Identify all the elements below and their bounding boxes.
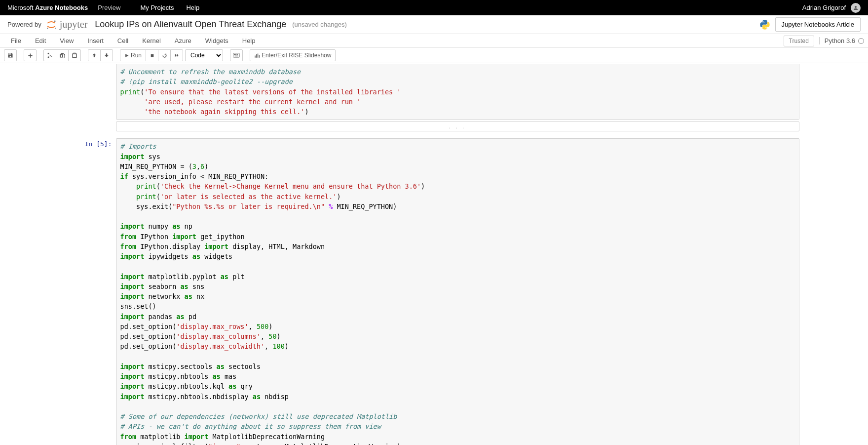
paste-button[interactable] <box>68 49 81 61</box>
powered-by-label: Powered by <box>7 21 41 28</box>
svg-point-1 <box>47 28 48 29</box>
kernel-name: Python 3.6 <box>825 37 855 44</box>
cell-prompt: In [5]: <box>69 138 116 445</box>
user-avatar-icon[interactable] <box>851 3 861 13</box>
menu-file[interactable]: File <box>4 35 28 46</box>
move-up-button[interactable] <box>88 49 101 61</box>
move-down-button[interactable] <box>100 49 113 61</box>
svg-rect-3 <box>151 54 153 57</box>
cell-prompt <box>69 64 116 120</box>
save-status: (unsaved changes) <box>292 21 347 28</box>
toolbar: Run Code Enter/Exit RISE Slideshow <box>0 48 868 63</box>
code-content: # Uncomment to refresh the maxminddb dat… <box>120 67 795 117</box>
jupyter-logo[interactable]: jupyter <box>45 19 88 31</box>
restart-run-all-button[interactable] <box>170 49 183 61</box>
kernel-indicator[interactable]: Python 3.6 <box>819 37 864 44</box>
azure-topbar: Microsoft Azure Notebooks Preview My Pro… <box>0 0 868 15</box>
notebook-header: Powered by jupyter Lookup IPs on Alienva… <box>0 15 868 34</box>
menu-insert[interactable]: Insert <box>80 35 111 46</box>
menu-edit[interactable]: Edit <box>28 35 53 46</box>
trusted-badge[interactable]: Trusted <box>784 36 814 46</box>
cell-input[interactable]: # Uncomment to refresh the maxminddb dat… <box>116 64 799 120</box>
run-button[interactable]: Run <box>120 49 146 61</box>
nav-my-projects[interactable]: My Projects <box>141 4 174 11</box>
edit-group <box>43 49 81 61</box>
menu-help[interactable]: Help <box>235 35 263 46</box>
username[interactable]: Adrian Grigorof <box>802 4 846 11</box>
run-group: Run <box>120 49 183 61</box>
nav-help[interactable]: Help <box>186 4 199 11</box>
cell-type-select[interactable]: Code <box>185 49 223 61</box>
menu-bar: File Edit View Insert Cell Kernel Azure … <box>0 34 868 48</box>
menu-view[interactable]: View <box>53 35 80 46</box>
cut-button[interactable] <box>43 49 56 61</box>
svg-rect-7 <box>237 54 238 55</box>
notebook-title[interactable]: Lookup IPs on Alienvault Open Threat Exc… <box>95 19 286 30</box>
restart-button[interactable] <box>158 49 171 61</box>
svg-rect-8 <box>235 56 238 56</box>
rise-button[interactable]: Enter/Exit RISE Slideshow <box>250 49 336 61</box>
code-cell-fragment[interactable]: # Uncomment to refresh the maxminddb dat… <box>69 64 799 120</box>
kernel-status-icon <box>858 38 864 44</box>
svg-rect-5 <box>234 54 235 55</box>
move-group <box>88 49 113 61</box>
preview-label: Preview <box>98 4 120 11</box>
python-icon <box>759 19 770 30</box>
brand: Microsoft Azure Notebooks <box>7 4 88 11</box>
menu-cell[interactable]: Cell <box>111 35 135 46</box>
output-collapse-toggle[interactable]: . . . <box>116 121 799 131</box>
code-content: # Imports import sys MIN_REQ_PYTHON = (3… <box>120 141 795 445</box>
jupyter-text: jupyter <box>60 19 88 30</box>
menu-widgets[interactable]: Widgets <box>198 35 235 46</box>
add-cell-button[interactable] <box>24 49 37 61</box>
svg-rect-6 <box>235 54 236 55</box>
stop-button[interactable] <box>146 49 158 61</box>
save-button[interactable] <box>4 49 17 61</box>
svg-rect-4 <box>233 53 240 57</box>
menu-kernel[interactable]: Kernel <box>135 35 168 46</box>
svg-point-0 <box>54 20 55 22</box>
menu-azure[interactable]: Azure <box>168 35 198 46</box>
notebook-area[interactable]: # Uncomment to refresh the maxminddb dat… <box>0 63 868 445</box>
copy-button[interactable] <box>56 49 69 61</box>
cell-input[interactable]: # Imports import sys MIN_REQ_PYTHON = (3… <box>116 138 799 445</box>
command-palette-button[interactable] <box>230 49 243 61</box>
svg-point-2 <box>55 28 56 29</box>
code-cell-5[interactable]: In [5]: # Imports import sys MIN_REQ_PYT… <box>69 138 799 445</box>
article-button[interactable]: Jupyter Notebooks Article <box>775 17 861 32</box>
